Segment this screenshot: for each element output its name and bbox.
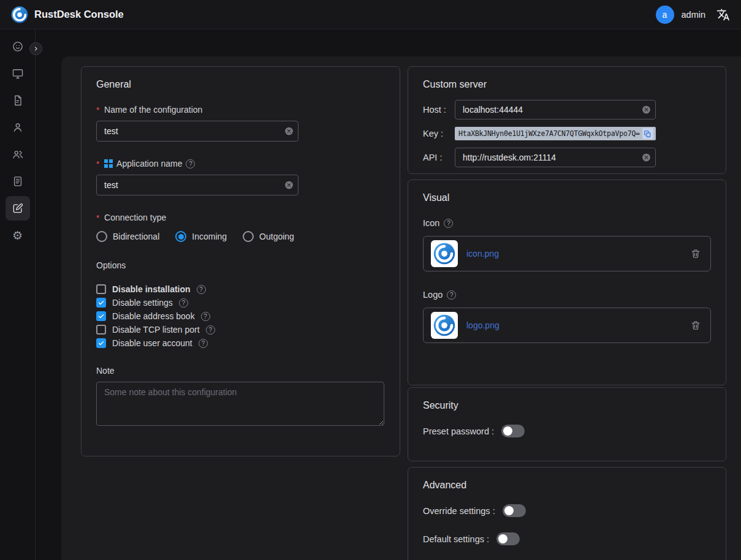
icon-filename-link[interactable]: icon.png [466,249,499,259]
sidebar-item-groups[interactable] [6,142,30,167]
smiley-face-icon [12,40,24,53]
help-icon[interactable]: ? [206,325,215,335]
advanced-card: Advanced Override settings : Default set… [408,467,726,560]
user-avatar[interactable]: a [656,6,674,24]
general-card: General * Name of the configuration * Ap… [81,66,400,456]
default-settings-row: Default settings : [423,532,711,545]
checkbox-checked-icon [96,338,106,348]
app-header: RustDesk Console a admin [0,0,741,29]
radio-selected-icon [175,231,186,242]
visual-card: Visual Icon ? icon.png [408,180,726,385]
sidebar-item-users[interactable] [6,115,30,140]
security-card: Security Preset password : [408,387,726,461]
app-name-input[interactable] [96,175,298,195]
override-settings-toggle[interactable] [503,504,526,517]
help-icon[interactable]: ? [179,298,188,308]
document-icon [12,94,24,107]
radio-icon [96,231,107,242]
help-icon[interactable]: ? [201,312,210,321]
monitor-icon [12,67,24,80]
options-label: Options [96,260,385,270]
preset-password-row: Preset password : [423,425,711,437]
logo-preview [431,312,458,339]
key-label: Key : [423,129,455,138]
checkbox-icon [96,325,106,335]
host-input[interactable] [455,100,656,119]
connection-type-group: Bidirectional Incoming Outgoing [96,231,385,242]
required-asterisk: * [96,105,99,115]
key-row: Key : HtaXBkJNHyn0e1U1jWXze7A7CN7QTGWqxk… [423,127,711,140]
copy-icon[interactable] [642,128,653,139]
clear-icon[interactable] [641,153,652,163]
override-settings-row: Override settings : [423,504,711,517]
logo-filename-link[interactable]: logo.png [466,320,500,330]
advanced-card-title: Advanced [423,480,711,491]
users-icon [12,148,24,161]
help-icon[interactable]: ? [199,339,208,348]
required-asterisk: * [96,213,99,222]
custom-server-card: Custom server Host : Key : HtaXBkJNHyn0e… [408,66,726,174]
sidebar-expand-button[interactable] [29,42,42,55]
api-row: API : [423,148,711,167]
help-icon[interactable]: ? [447,290,456,300]
sidebar-item-custom-clients[interactable] [6,196,30,221]
help-icon[interactable]: ? [197,285,206,294]
checkbox-disable-installation[interactable]: Disable installation ? [96,282,385,296]
clear-icon[interactable] [641,105,652,115]
radio-icon [243,231,254,242]
preset-password-toggle[interactable] [501,425,525,437]
checkbox-disable-settings[interactable]: Disable settings ? [96,296,385,309]
clear-icon[interactable] [284,180,294,191]
config-name-label: * Name of the configuration [96,105,385,115]
preset-password-label: Preset password : [423,426,494,436]
chevron-right-icon [32,45,40,53]
trash-icon[interactable] [688,246,703,261]
host-label: Host : [423,105,455,115]
general-card-title: General [96,79,385,90]
sidebar-item-settings[interactable]: ⚙ [6,223,30,248]
visual-card-title: Visual [423,192,711,203]
default-settings-label: Default settings : [423,534,489,544]
rustdesk-logo-icon [11,6,28,23]
note-label: Note [96,366,385,376]
checkbox-checked-icon [96,311,106,321]
main-content: General * Name of the configuration * Ap… [61,56,741,560]
checkbox-disable-address-book[interactable]: Disable address book ? [96,309,385,323]
connection-type-label: * Connection type [96,213,385,222]
clear-icon[interactable] [284,126,294,137]
gear-icon: ⚙ [12,230,23,241]
sidebar: ⚙ [0,29,36,560]
trash-icon[interactable] [688,318,703,333]
required-asterisk: * [96,159,99,168]
windows-icon [104,159,113,168]
icon-preview [431,240,458,267]
override-settings-label: Override settings : [423,506,495,516]
help-icon[interactable]: ? [186,159,195,168]
help-icon[interactable]: ? [444,219,453,228]
sidebar-item-devices[interactable] [6,61,30,86]
logo-label: Logo ? [423,290,711,300]
config-name-input[interactable] [96,121,298,142]
custom-server-title: Custom server [423,79,711,90]
checkbox-disable-tcp-listen-port[interactable]: Disable TCP listen port ? [96,323,385,336]
sidebar-item-logs[interactable] [6,169,30,194]
security-card-title: Security [423,400,711,411]
icon-label: Icon ? [423,218,711,228]
options-list: Disable installation ? Disable settings … [96,282,385,350]
sidebar-item-dashboard[interactable] [6,34,30,59]
key-value[interactable]: HtaXBkJNHyn0e1U1jWXze7A7CN7QTGWqxkOtpaVp… [455,127,656,140]
translate-icon[interactable] [716,8,730,21]
note-textarea[interactable] [96,382,384,426]
username[interactable]: admin [682,10,706,20]
app-name-label: * Application name ? [96,159,385,168]
radio-bidirectional[interactable]: Bidirectional [96,231,159,242]
user-icon [12,121,24,134]
api-label: API : [423,153,455,162]
sidebar-item-documents[interactable] [6,88,30,113]
radio-outgoing[interactable]: Outgoing [243,231,294,242]
radio-incoming[interactable]: Incoming [175,231,227,242]
journal-icon [12,175,24,187]
checkbox-disable-user-account[interactable]: Disable user account ? [96,336,385,350]
default-settings-toggle[interactable] [496,532,520,545]
api-input[interactable] [455,148,656,167]
